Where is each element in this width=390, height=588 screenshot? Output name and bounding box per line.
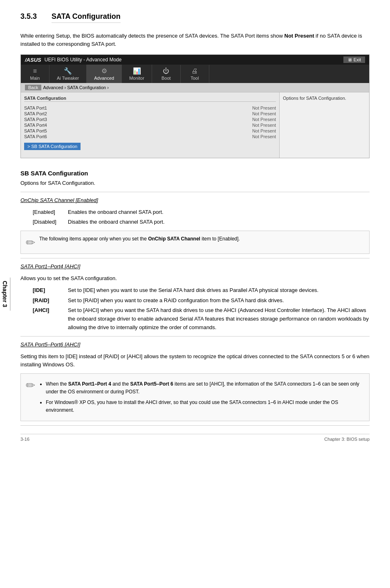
nav-ai-tweaker-label: Ai Tweaker [57,76,79,81]
note-box-2: ✏ When the SATA Port1–Port 4 and the SAT… [20,373,370,421]
asus-logo: /ASUS [25,57,41,63]
note-box-1: ✏ The following items appear only when y… [20,231,370,254]
bios-ui-box: /ASUS UEFI BIOS Utility - Advanced Mode … [20,54,370,158]
port-value: Not Present [252,128,276,133]
sb-sata-config-item[interactable]: > SB SATA Configuration [24,143,81,150]
sb-sata-intro: Options for SATA Configuration. [20,179,370,188]
sata-port14-intro: Allows you to set the SATA configuration… [20,274,370,283]
intro-paragraph: While entering Setup, the BIOS automatic… [20,32,370,48]
chapter-label: Chapter 3 [0,278,11,311]
note-icon-1: ✏ [26,236,35,249]
bios-right-panel: Options for SATA Configuration. [279,92,369,158]
note-text-1: The following items appear only when you… [39,235,240,242]
nav-main-label: Main [30,76,40,81]
port-label: SATA Port6 [24,134,47,139]
exit-button[interactable]: 🖥 Exit [343,56,365,63]
nav-tool-label: Tool [191,76,199,81]
bios-port-row: SATA Port5Not Present [24,128,276,134]
bios-content: SATA Configuration SATA Port1Not Present… [21,92,369,158]
exit-icon: 🖥 [347,57,352,62]
sata-port14-label: SATA Port1–Port4 [AHCI] [20,263,370,271]
breadcrumb-path: Advanced › SATA Configuration › [43,85,108,90]
nav-ai-tweaker[interactable]: 🔧 Ai Tweaker [49,65,87,83]
bios-help-text: Options for SATA Configuration. [283,96,346,101]
port-label: SATA Port3 [24,117,47,122]
bios-titlebar: /ASUS UEFI BIOS Utility - Advanced Mode … [21,55,369,65]
sb-sata-section: SB SATA Configuration Options for SATA C… [20,170,370,426]
main-icon: ≡ [33,67,37,75]
nav-tool[interactable]: 🖨 Tool [181,65,209,83]
nav-main[interactable]: ≡ Main [21,65,49,83]
bios-port-row: SATA Port4Not Present [24,122,276,128]
advanced-icon: ⚙ [101,67,107,75]
bios-titlebar-text: UEFI BIOS Utility - Advanced Mode [45,57,122,63]
footer: 3-16 Chapter 3: BIOS setup [20,434,370,442]
nav-monitor-label: Monitor [129,76,144,81]
port-value: Not Present [252,123,276,128]
nav-boot-label: Boot [161,76,171,81]
exit-label: Exit [354,57,361,62]
ide-option: [IDE] Set to [IDE] when you want to use … [33,286,370,295]
port-label: SATA Port5 [24,128,47,133]
onchannel-disabled: [Disabled] Disables the onboard channel … [33,218,370,227]
onchannel-label: OnChip SATA Channel [Enabled] [20,196,370,205]
sata-port56-intro: Setting this item to [IDE] instead of [R… [20,352,370,370]
raid-option: [RAID] Set to [RAID] when you want to cr… [33,296,370,305]
port-value: Not Present [252,134,276,139]
breadcrumb: Back Advanced › SATA Configuration › [21,83,369,92]
nav-monitor[interactable]: 📊 Monitor [122,65,152,83]
tool-icon: 🖨 [191,67,198,75]
note-icon-2: ✏ [26,379,35,392]
onchannel-enabled: [Enabled] Enables the onboard channel SA… [33,208,370,217]
bios-ports: SATA Port1Not PresentSATA Port2Not Prese… [24,105,276,139]
port-value: Not Present [252,111,276,116]
port-label: SATA Port1 [24,105,47,110]
sata-port56-label: SATA Port5–Port6 [AHCI] [20,341,370,349]
bios-port-row: SATA Port6Not Present [24,134,276,139]
sb-sata-title: SB SATA Configuration [20,170,370,177]
section-number: 3.5.3 [20,12,37,21]
boot-icon: ⏻ [163,67,169,75]
port-label: SATA Port4 [24,123,47,128]
footer-page-number: 3-16 [20,437,29,442]
bios-port-row: SATA Port3Not Present [24,117,276,122]
bios-nav: ≡ Main 🔧 Ai Tweaker ⚙ Advanced 📊 Monitor… [21,65,369,83]
nav-advanced[interactable]: ⚙ Advanced [87,65,122,83]
monitor-icon: 📊 [133,67,141,75]
note-bullet-2: For Windows® XP OS, you have to install … [46,399,364,414]
note-text-2: When the SATA Port1–Port 4 and the SATA … [39,378,364,417]
footer-chapter: Chapter 3: BIOS setup [324,437,370,442]
bios-port-row: SATA Port1Not Present [24,105,276,111]
port-label: SATA Port2 [24,111,47,116]
note-bullet-1: When the SATA Port1–Port 4 and the SATA … [46,380,364,396]
nav-advanced-label: Advanced [94,76,114,81]
bios-left-panel: SATA Configuration SATA Port1Not Present… [21,92,279,158]
back-button[interactable]: Back [25,85,41,90]
bios-title-left: /ASUS UEFI BIOS Utility - Advanced Mode [25,57,121,63]
nav-boot[interactable]: ⏻ Boot [152,65,181,83]
ahci-option: [AHCI] Set to [AHCI] when you want the S… [33,306,370,332]
section-title: SATA Configuration [52,12,121,23]
bios-port-row: SATA Port2Not Present [24,111,276,117]
port-value: Not Present [252,105,276,110]
bios-section-label: SATA Configuration [24,96,276,102]
port-value: Not Present [252,117,276,122]
ai-tweaker-icon: 🔧 [64,67,72,75]
